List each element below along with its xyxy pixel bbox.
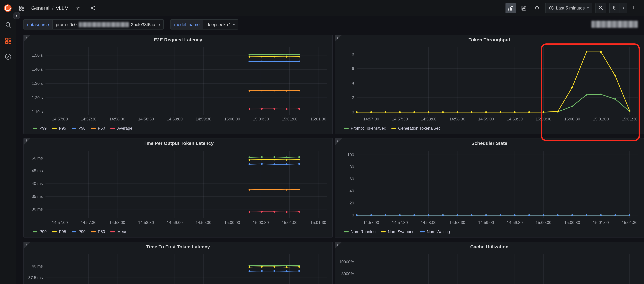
legend-item[interactable]: P90: [72, 229, 86, 234]
variable-model-name-label: model_name: [170, 19, 203, 29]
topbar-right: ⚙ Last 5 minutes ▾ ↻ ▾: [506, 3, 640, 13]
panel-title[interactable]: Time Per Output Token Latency: [24, 140, 332, 146]
svg-text:14:57:00: 14:57:00: [52, 220, 68, 225]
info-corner-icon[interactable]: i: [24, 35, 30, 42]
svg-text:15:00:30: 15:00:30: [253, 117, 269, 121]
add-panel-button[interactable]: [506, 3, 516, 13]
svg-text:14:59:30: 14:59:30: [196, 117, 211, 121]
legend-item[interactable]: Mean: [110, 229, 128, 234]
breadcrumb-section[interactable]: General: [31, 5, 50, 11]
sidebar-item-search[interactable]: [4, 21, 12, 29]
svg-text:40 ms: 40 ms: [32, 181, 43, 186]
info-corner-icon[interactable]: i: [24, 242, 30, 249]
variable-model-name: model_name deepseek-r1 ▾: [170, 19, 238, 29]
sidebar-item-explore[interactable]: [4, 53, 12, 61]
svg-text:80: 80: [350, 165, 354, 169]
svg-text:14:57:00: 14:57:00: [52, 117, 68, 121]
legend-item[interactable]: P95: [52, 229, 66, 234]
panel-time-to-first-token-latency: i Time To First Token Latency 14:57:0014…: [24, 242, 333, 284]
datasource-value-start: prom-c0c0: [56, 22, 77, 27]
panel-cache-utilization: i Cache Utilization 14:57:0014:57:3014:5…: [335, 242, 644, 284]
svg-text:35 ms: 35 ms: [32, 194, 43, 199]
chevron-down-icon: ▾: [158, 22, 160, 26]
panel-time-per-output-token-latency: i Time Per Output Token Latency 14:57:00…: [24, 138, 333, 238]
clock-icon: [549, 5, 554, 10]
info-corner-icon[interactable]: i: [335, 242, 342, 249]
legend-item[interactable]: Average: [110, 126, 132, 131]
svg-text:4: 4: [352, 81, 354, 85]
search-icon: [5, 21, 11, 28]
legend-item[interactable]: P99: [32, 229, 47, 234]
legend-item[interactable]: P50: [91, 126, 105, 131]
svg-text:15:01:30: 15:01:30: [622, 117, 638, 121]
svg-text:14:59:00: 14:59:00: [478, 220, 494, 225]
svg-text:14:59:00: 14:59:00: [167, 117, 183, 121]
svg-text:14:58:00: 14:58:00: [420, 117, 436, 121]
legend-item[interactable]: Num Running: [344, 229, 376, 234]
sidebar-expand-button[interactable]: ›: [13, 12, 20, 19]
panel-title[interactable]: Token Throughput: [335, 37, 644, 42]
info-corner-icon[interactable]: i: [335, 35, 342, 42]
info-icon: i: [337, 35, 338, 39]
grafana-dashboard-page: General / vLLM ☆: [0, 0, 644, 284]
time-range-picker[interactable]: Last 5 minutes ▾: [545, 3, 592, 13]
svg-text:15:01:00: 15:01:00: [282, 117, 298, 121]
svg-text:10000%: 10000%: [339, 260, 354, 264]
breadcrumb-dashboard[interactable]: vLLM: [56, 5, 68, 11]
svg-text:0: 0: [352, 110, 354, 114]
grafana-logo-icon[interactable]: [4, 3, 12, 12]
svg-text:14:57:30: 14:57:30: [392, 220, 408, 225]
variable-model-name-value[interactable]: deepseek-r1 ▾: [203, 19, 238, 29]
legend-item[interactable]: Num Swapped: [381, 229, 414, 234]
legend-item[interactable]: P95: [52, 126, 66, 131]
sidebar: [0, 16, 16, 284]
zoom-out-time-button[interactable]: [596, 3, 606, 13]
panel-title[interactable]: Time To First Token Latency: [24, 244, 332, 249]
variable-datasource-value[interactable]: prom-c0c0 2bcf033f6aaf ▾: [52, 19, 164, 29]
svg-text:1.40 s: 1.40 s: [32, 67, 43, 72]
legend-item[interactable]: P50: [91, 229, 105, 234]
datasource-value-end: 2bcf033f6aaf: [131, 22, 156, 27]
panel-title[interactable]: E2E Request Latency: [24, 37, 332, 42]
svg-text:40: 40: [350, 189, 354, 193]
panel-title[interactable]: Scheduler State: [335, 140, 644, 146]
legend-item[interactable]: P90: [72, 126, 86, 131]
svg-text:14:58:30: 14:58:30: [138, 117, 154, 121]
breadcrumb: General / vLLM: [31, 5, 68, 11]
svg-text:15:00:30: 15:00:30: [564, 117, 580, 121]
cycle-view-mode-button[interactable]: [630, 3, 640, 13]
svg-text:0: 0: [352, 213, 354, 217]
info-corner-icon[interactable]: i: [335, 138, 342, 145]
grafana-logo-icon: [4, 4, 12, 12]
share-icon[interactable]: [88, 3, 98, 13]
panel-legend: P99P95P90P50Average: [32, 125, 330, 132]
legend-item[interactable]: Num Waiting: [420, 229, 450, 234]
dashboard-settings-button[interactable]: ⚙: [532, 3, 542, 13]
svg-text:15:01:00: 15:01:00: [593, 220, 609, 225]
dashboard-grid-icon[interactable]: [17, 3, 27, 13]
svg-text:14:57:00: 14:57:00: [363, 220, 379, 225]
gear-icon: ⚙: [534, 4, 540, 11]
panel-legend: Prompt Tokens/SecGeneration Tokens/Sec: [344, 125, 641, 132]
refresh-icon: ↻: [612, 5, 617, 11]
variable-datasource: datasource prom-c0c0 2bcf033f6aaf ▾: [24, 19, 164, 29]
chevron-down-icon: ▾: [233, 22, 235, 26]
legend-item[interactable]: Generation Tokens/Sec: [392, 126, 440, 131]
panel-title[interactable]: Cache Utilization: [335, 244, 644, 249]
legend-item[interactable]: P99: [32, 126, 47, 131]
time-per-output-token-chart: 14:57:0014:57:3014:58:0014:58:3014:59:00…: [26, 149, 330, 226]
refresh-dashboard-button[interactable]: ↻: [610, 3, 620, 13]
svg-text:15:00:00: 15:00:00: [224, 117, 240, 121]
svg-text:14:58:00: 14:58:00: [109, 117, 125, 121]
legend-item[interactable]: Prompt Tokens/Sec: [344, 126, 386, 131]
svg-text:14:57:00: 14:57:00: [363, 117, 379, 121]
star-icon[interactable]: ☆: [73, 3, 83, 13]
breadcrumb-separator: /: [52, 5, 54, 11]
grid-icon: [19, 5, 24, 11]
svg-text:1.50 s: 1.50 s: [32, 53, 43, 57]
svg-text:15:01:00: 15:01:00: [593, 117, 609, 121]
refresh-interval-dropdown[interactable]: ▾: [620, 3, 627, 13]
save-dashboard-button[interactable]: [519, 3, 529, 13]
info-corner-icon[interactable]: i: [24, 138, 30, 145]
sidebar-item-dashboards[interactable]: [4, 37, 12, 45]
